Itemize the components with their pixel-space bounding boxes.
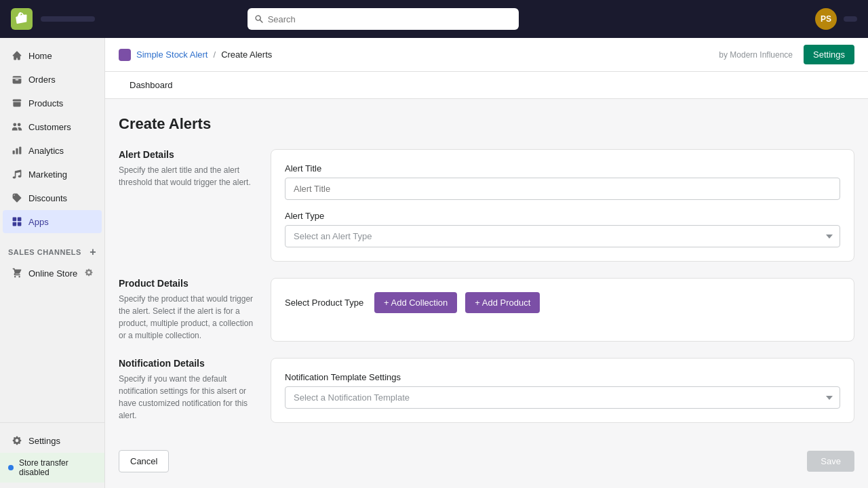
store-icon	[11, 267, 23, 279]
store-settings-icon[interactable]	[84, 268, 94, 279]
alert-type-select[interactable]: Select an Alert Type	[285, 225, 840, 247]
top-nav: PS	[0, 0, 868, 38]
cancel-button[interactable]: Cancel	[119, 450, 169, 472]
sales-channels-header: SALES CHANNELS +	[0, 239, 104, 261]
notification-details-section: Notification Details Specify if you want…	[119, 358, 854, 423]
alert-title-group: Alert Title	[285, 163, 840, 200]
marketing-icon	[11, 168, 23, 180]
settings-button[interactable]: Settings	[804, 45, 854, 64]
sidebar-item-apps[interactable]: Apps	[3, 210, 102, 233]
app-header: Simple Stock Alert / Create Alerts by Mo…	[105, 38, 868, 72]
product-type-row: Select Product Type + Add Collection + A…	[285, 292, 840, 313]
tab-dashboard[interactable]: Dashboard	[119, 72, 184, 98]
svg-rect-0	[13, 218, 17, 222]
sidebar-marketing-label: Marketing	[28, 169, 67, 180]
products-icon	[11, 97, 23, 109]
sidebar-apps-label: Apps	[28, 217, 49, 227]
breadcrumb-separator: /	[214, 49, 216, 60]
customers-icon	[11, 121, 23, 133]
save-button[interactable]: Save	[807, 451, 854, 472]
sidebar-item-home[interactable]: Home	[3, 44, 102, 67]
nav-action-btn[interactable]	[844, 16, 857, 22]
search-bar[interactable]	[248, 8, 519, 30]
avatar[interactable]: PS	[815, 8, 837, 30]
select-product-type-label: Select Product Type	[285, 298, 366, 308]
alert-type-group: Alert Type Select an Alert Type	[285, 211, 840, 247]
store-transfer-dot	[8, 465, 14, 470]
shopify-logo	[11, 8, 33, 30]
notification-template-select[interactable]: Select a Notification Template	[285, 386, 840, 409]
store-transfer-banner: Store transfer disabled	[0, 453, 104, 483]
discounts-icon	[11, 192, 23, 204]
add-product-button[interactable]: + Add Product	[465, 292, 540, 313]
sidebar-item-products[interactable]: Products	[3, 92, 102, 115]
apps-icon	[11, 216, 23, 228]
top-nav-right: PS	[815, 8, 857, 30]
notification-template-group: Notification Template Settings Select a …	[285, 372, 840, 409]
sidebar-online-store-label: Online Store	[28, 268, 77, 279]
alert-title-input[interactable]	[285, 178, 840, 200]
action-bar: Cancel Save	[119, 439, 854, 483]
product-details-desc: Specify the product that would trigger t…	[119, 293, 254, 342]
sidebar-customers-label: Customers	[28, 122, 71, 132]
by-text: by Modern Influence	[719, 50, 793, 60]
breadcrumb: Simple Stock Alert / Create Alerts	[119, 49, 272, 61]
sidebar-item-analytics[interactable]: Analytics	[3, 139, 102, 162]
home-icon	[11, 49, 23, 62]
sidebar-item-online-store[interactable]: Online Store	[3, 262, 102, 285]
svg-rect-3	[18, 222, 22, 226]
alert-details-card: Alert Title Alert Type Select an Alert T…	[271, 149, 854, 262]
notification-template-label: Notification Template Settings	[285, 372, 840, 382]
sidebar-item-marketing[interactable]: Marketing	[3, 163, 102, 186]
analytics-icon	[11, 144, 23, 157]
sidebar-item-settings[interactable]: Settings	[3, 429, 102, 452]
notification-details-info: Notification Details Specify if you want…	[119, 358, 254, 423]
sidebar-footer: Settings Store transfer disabled	[0, 422, 104, 488]
sidebar-discounts-label: Discounts	[28, 193, 67, 203]
store-transfer-label: Store transfer disabled	[19, 458, 96, 477]
svg-rect-1	[18, 218, 22, 222]
notification-details-card: Notification Template Settings Select a …	[271, 358, 854, 423]
sidebar-products-label: Products	[28, 98, 63, 108]
settings-label: Settings	[28, 436, 60, 446]
alert-details-section: Alert Details Specify the alert title an…	[119, 149, 854, 262]
main-content: Simple Stock Alert / Create Alerts by Mo…	[105, 38, 868, 488]
settings-icon	[11, 434, 23, 447]
search-input[interactable]	[268, 14, 512, 24]
tab-bar: Dashboard	[105, 72, 868, 99]
notification-details-desc: Specify if you want the default notifica…	[119, 373, 254, 422]
breadcrumb-app-name[interactable]: Simple Stock Alert	[136, 49, 208, 60]
sidebar-orders-label: Orders	[28, 75, 56, 85]
svg-rect-2	[13, 222, 17, 226]
product-details-info: Product Details Specify the product that…	[119, 278, 254, 342]
orders-icon	[11, 73, 23, 85]
product-details-section: Product Details Specify the product that…	[119, 278, 854, 342]
add-sales-channel-btn[interactable]: +	[90, 246, 96, 258]
add-collection-button[interactable]: + Add Collection	[374, 292, 457, 313]
breadcrumb-current-page: Create Alerts	[221, 49, 272, 60]
sidebar-item-discounts[interactable]: Discounts	[3, 186, 102, 209]
store-name-btn[interactable]	[41, 16, 95, 22]
product-details-title: Product Details	[119, 278, 254, 289]
alert-details-desc: Specify the alert title and the alert th…	[119, 164, 254, 188]
alert-title-label: Alert Title	[285, 163, 840, 174]
alert-type-label: Alert Type	[285, 211, 840, 221]
notification-details-title: Notification Details	[119, 358, 254, 369]
alert-details-info: Alert Details Specify the alert title an…	[119, 149, 254, 262]
sidebar-item-orders[interactable]: Orders	[3, 68, 102, 91]
sidebar-analytics-label: Analytics	[28, 146, 64, 156]
sidebar-item-customers[interactable]: Customers	[3, 115, 102, 138]
page-title: Create Alerts	[119, 115, 854, 133]
app-icon	[119, 49, 131, 61]
alert-details-title: Alert Details	[119, 149, 254, 160]
page-content: Create Alerts Alert Details Specify the …	[105, 99, 868, 488]
sidebar: Home Orders Products Custo	[0, 38, 105, 488]
search-icon	[254, 14, 264, 24]
sidebar-home-label: Home	[28, 51, 52, 61]
product-details-card: Select Product Type + Add Collection + A…	[271, 278, 854, 342]
